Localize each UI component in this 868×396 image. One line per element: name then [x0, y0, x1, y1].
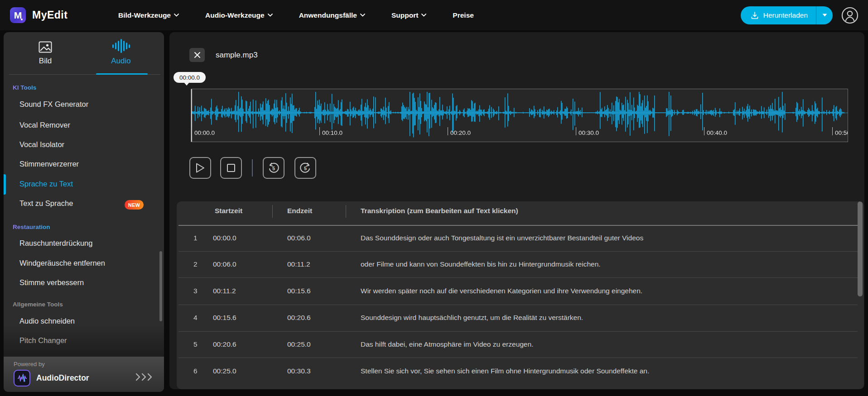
audiodirector-icon [14, 370, 30, 386]
ruler-label: 00:50 [835, 129, 848, 136]
sidebar-item-text-zu-sprache[interactable]: Text zu Sprache [19, 199, 73, 208]
start-time[interactable]: 00:06.0 [213, 260, 236, 268]
start-time[interactable]: 00:15.6 [213, 314, 236, 322]
ruler-label: 00:10.0 [322, 129, 342, 136]
sidebar: Bild Audio KI Tools Sound FX Generator V… [4, 32, 164, 392]
column-divider [346, 205, 346, 218]
row-number: 4 [193, 314, 198, 322]
column-header-transkription: Transkription (zum Bearbeiten auf Text k… [361, 207, 518, 215]
row-divider [178, 277, 858, 278]
ruler-label: 00:20.0 [450, 129, 471, 136]
tab-audio[interactable]: Audio [87, 37, 155, 66]
section-heading-allgemeine-tools: Allgemeine Tools [13, 301, 63, 308]
sidebar-item-stimme-verbessern[interactable]: Stimme verbessern [19, 278, 84, 287]
image-icon [39, 41, 52, 53]
sidebar-item-stimmenverzerrer[interactable]: Stimmenverzerrer [19, 160, 79, 168]
waveform-panel[interactable]: 00:00.0 00:10.0 00:20.0 00:30.0 00:40.0 … [191, 89, 848, 142]
stop-button[interactable] [220, 157, 242, 179]
audio-waveform[interactable] [191, 89, 848, 142]
nav-item-preise[interactable]: Preise [453, 11, 474, 19]
download-label: Herunterladen [763, 11, 808, 19]
end-time[interactable]: 00:06.0 [287, 234, 311, 242]
nav-item-support[interactable]: Support [391, 11, 426, 19]
chevron-down-icon [268, 14, 273, 17]
tab-bild[interactable]: Bild [11, 37, 79, 66]
forward-5-icon: 5 [299, 162, 311, 174]
chevron-down-icon [174, 14, 179, 17]
rewind-5-seconds-button[interactable]: 5 [263, 157, 285, 179]
transcript-text[interactable]: Sounddesign wird hauptsächlich genutzt, … [361, 314, 583, 322]
ruler-tick [448, 127, 448, 135]
end-time[interactable]: 00:11.2 [287, 260, 310, 268]
transcript-text[interactable]: oder Filme und kann von Soundeffekten bi… [361, 260, 601, 268]
row-divider [178, 358, 858, 358]
transcript-text[interactable]: Das hilft dabei, eine Atmosphäre im Vide… [361, 340, 533, 348]
download-options-button[interactable] [816, 6, 833, 24]
nav-item-bild-werkzeuge[interactable]: Bild-Werkzeuge [118, 11, 179, 19]
audiodirector-name: AudioDirector [36, 373, 89, 383]
transcript-text[interactable]: Das Sounddesign oder auch Tongestaltung … [361, 234, 643, 242]
start-time[interactable]: 00:11.2 [213, 287, 236, 295]
brand-name: MyEdit [32, 9, 68, 21]
sidebar-item-pitch-changer[interactable]: Pitch Changer [19, 336, 67, 345]
stop-icon [227, 163, 236, 172]
row-number: 5 [193, 340, 198, 348]
ruler-tick [576, 127, 576, 135]
row-number: 3 [193, 287, 198, 295]
close-file-button[interactable] [189, 48, 205, 62]
end-time[interactable]: 00:30.3 [287, 367, 311, 375]
column-header-startzeit: Startzeit [215, 207, 242, 215]
forward-5-seconds-button[interactable]: 5 [294, 157, 316, 179]
sidebar-scrollbar[interactable] [159, 251, 162, 321]
ruler-tick [832, 127, 833, 135]
end-time[interactable]: 00:20.6 [287, 314, 311, 322]
transcript-text[interactable]: Stellen Sie sich vor, Sie sehen sich ein… [361, 367, 649, 375]
download-button[interactable]: Herunterladen [741, 6, 833, 24]
play-button[interactable] [189, 157, 211, 179]
chevron-down-icon [360, 14, 365, 17]
file-name: sample.mp3 [216, 51, 258, 60]
transcript-text[interactable]: Wir werden später noch auf die verschied… [361, 287, 642, 295]
sidebar-item-rauschunterdrueckung[interactable]: Rauschunterdrückung [19, 239, 92, 248]
start-time[interactable]: 00:20.6 [213, 340, 236, 348]
playback-controls: 5 5 [189, 157, 316, 179]
navbar-right: Herunterladen [741, 0, 859, 30]
sidebar-item-vocal-isolator[interactable]: Vocal Isolator [19, 140, 64, 149]
nav-item-anwendungsfaelle[interactable]: Anwendungsfälle [299, 11, 365, 19]
start-time[interactable]: 00:25.0 [213, 367, 236, 375]
active-item-indicator [4, 174, 6, 195]
sidebar-item-sound-fx-generator[interactable]: Sound FX Generator [19, 100, 88, 109]
transcription-table: Startzeit Endzeit Transkription (zum Bea… [177, 201, 864, 389]
user-account-icon[interactable] [841, 6, 859, 24]
table-scrollbar[interactable] [858, 201, 863, 296]
ruler-tick [704, 127, 704, 135]
nav-item-audio-werkzeuge[interactable]: Audio-Werkzeuge [205, 11, 273, 19]
myedit-logo-icon: M [10, 7, 26, 23]
svg-text:5: 5 [304, 166, 307, 171]
column-header-endzeit: Endzeit [287, 207, 312, 215]
controls-divider [252, 159, 253, 177]
chevron-down-icon [421, 14, 426, 17]
svg-text:5: 5 [272, 166, 275, 171]
download-icon [751, 11, 759, 19]
brand[interactable]: M MyEdit [10, 7, 68, 23]
sidebar-item-windgeraeusche-entfernen[interactable]: Windgeräusche entfernen [19, 259, 105, 267]
end-time[interactable]: 00:25.0 [287, 340, 311, 348]
ruler-tick [192, 127, 192, 135]
tab-active-underline [96, 73, 148, 75]
ruler-label: 00:30.0 [579, 129, 599, 136]
tab-audio-label: Audio [87, 57, 155, 66]
powered-by-label: Powered by [14, 361, 45, 367]
sidebar-item-sprache-zu-text[interactable]: Sprache zu Text [19, 180, 73, 188]
header-divider [178, 225, 858, 226]
section-heading-restauration: Restauration [13, 224, 50, 230]
main-nav: Bild-Werkzeuge Audio-Werkzeuge Anwendung… [118, 0, 474, 30]
end-time[interactable]: 00:15.6 [287, 287, 311, 295]
start-time[interactable]: 00:00.0 [213, 234, 236, 242]
sidebar-item-audio-schneiden[interactable]: Audio schneiden [19, 317, 75, 325]
audiodirector-promo[interactable]: Powered by AudioDirector [4, 357, 164, 392]
sidebar-item-vocal-remover[interactable]: Vocal Remover [19, 121, 70, 129]
rewind-5-icon: 5 [268, 162, 280, 174]
triple-chevron-right-icon [135, 373, 154, 381]
download-button-main[interactable]: Herunterladen [741, 6, 816, 24]
